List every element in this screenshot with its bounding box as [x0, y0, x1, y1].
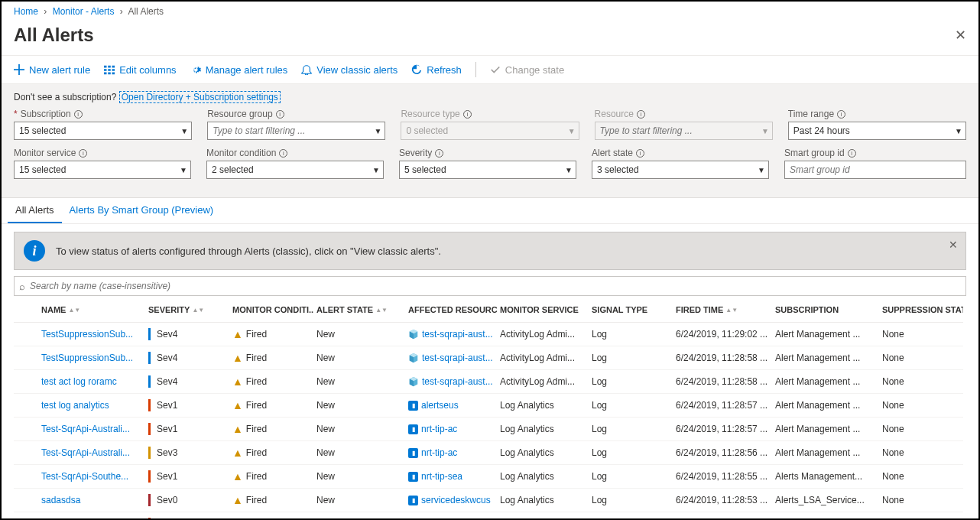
service-cell: Log Analytics — [497, 465, 589, 489]
alert-name-link[interactable]: test log analytics — [38, 394, 145, 418]
directory-settings-link[interactable]: Open Directory + Subscription settings — [119, 91, 281, 103]
page-title: All Alerts — [14, 24, 955, 46]
subscription-select[interactable]: 15 selected▼ — [14, 122, 192, 140]
sort-icon: ▲▼ — [725, 308, 738, 312]
col-service[interactable]: MONITOR SERVICE — [497, 299, 589, 323]
alert-state-select[interactable]: 3 selected▼ — [592, 161, 769, 179]
col-state[interactable]: ALERT STATE▲▼ — [313, 299, 405, 323]
subscription-cell: Alert Management ... — [772, 323, 879, 346]
banner-text: To view status of alerts configured thro… — [56, 245, 441, 257]
col-severity[interactable]: SEVERITY▲▼ — [145, 299, 229, 323]
info-icon: i — [463, 110, 472, 119]
resource-link[interactable]: ▮nrt-tip-ac — [405, 418, 497, 441]
col-fired[interactable]: FIRED TIME▲▼ — [673, 299, 772, 323]
resource-app-icon: ▮ — [408, 496, 418, 505]
search-input[interactable] — [30, 281, 961, 291]
col-subscription[interactable]: SUBSCRIPTION — [772, 299, 879, 323]
banner-close-button[interactable]: ✕ — [949, 239, 958, 251]
tab-smart-group[interactable]: Alerts By Smart Group (Preview) — [62, 198, 222, 223]
resource-link[interactable]: test-sqrapi-aust... — [405, 323, 497, 346]
alert-name-link[interactable]: test act log roramc — [38, 370, 145, 394]
alert-name-link[interactable]: TestSuppressionSub... — [38, 346, 145, 370]
edit-columns-button[interactable]: Edit columns — [104, 64, 176, 76]
col-signal[interactable]: SIGNAL TYPE — [589, 299, 673, 323]
close-blade-button[interactable]: ✕ — [955, 27, 966, 44]
monitor-service-select[interactable]: 15 selected▼ — [14, 161, 191, 179]
view-classic-button[interactable]: View classic alerts — [301, 64, 398, 76]
row-checkbox[interactable] — [14, 465, 38, 489]
service-cell: Log Analytics — [497, 394, 589, 418]
resource-type-select: 0 selected▼ — [401, 122, 579, 140]
resource-app-icon: ▮ — [408, 401, 418, 411]
row-checkbox[interactable] — [14, 394, 38, 418]
tabs: All Alerts Alerts By Smart Group (Previe… — [2, 198, 978, 224]
refresh-button[interactable]: Refresh — [411, 64, 462, 76]
alert-name-link[interactable]: TestSuppressionSub... — [38, 323, 145, 346]
state-cell: New — [313, 465, 405, 489]
state-cell: New — [313, 394, 405, 418]
row-checkbox[interactable] — [14, 512, 38, 520]
info-icon: i — [276, 110, 284, 119]
info-icon: i — [637, 110, 645, 119]
search-icon: ⌕ — [19, 281, 25, 292]
manage-rules-button[interactable]: Manage alert rules — [190, 64, 288, 76]
suppression-cell: None — [879, 465, 963, 489]
row-checkbox[interactable] — [14, 418, 38, 441]
row-checkbox[interactable] — [14, 346, 38, 370]
alert-name-link[interactable]: Test-SqrApi-Canada... — [38, 512, 145, 520]
subscription-cell: Alerts Management... — [772, 465, 879, 489]
alert-name-link[interactable]: Test-SqrApi-Australi... — [38, 418, 145, 441]
condition-cell: ▲Fired — [229, 489, 313, 512]
warning-icon: ▲ — [232, 470, 243, 483]
resource-group-select[interactable]: ▼ — [207, 122, 385, 140]
chevron-down-icon: ▼ — [955, 127, 962, 135]
col-condition[interactable]: MONITOR CONDITI... — [229, 299, 313, 323]
resource-link[interactable]: test-sqrapi-aust... — [405, 370, 497, 394]
service-cell: ActivityLog Admi... — [497, 370, 589, 394]
col-suppression[interactable]: SUPPRESSION STAT... — [879, 299, 963, 323]
gear-icon — [190, 64, 201, 75]
search-field[interactable]: ⌕ — [14, 276, 966, 296]
state-cell: New — [313, 323, 405, 346]
tab-all-alerts[interactable]: All Alerts — [8, 198, 62, 223]
fired-cell: 6/24/2019, 11:29:02 ... — [673, 323, 772, 346]
col-resource[interactable]: AFFECTED RESOURCE▲▼ — [405, 299, 497, 323]
chevron-down-icon: ▼ — [758, 166, 765, 174]
breadcrumb-monitor[interactable]: Monitor - Alerts — [53, 6, 115, 17]
signal-cell: Log — [589, 346, 673, 370]
severity-cell: Sev4 — [145, 323, 229, 346]
resource-link[interactable]: ▮nrt-tip-ccan — [405, 512, 497, 520]
warning-icon: ▲ — [232, 328, 243, 340]
resource-link[interactable]: ▮nrt-tip-sea — [405, 465, 497, 489]
info-icon: i — [636, 149, 644, 158]
signal-cell: Log — [589, 465, 673, 489]
row-checkbox[interactable] — [14, 489, 38, 512]
row-checkbox[interactable] — [14, 370, 38, 394]
new-alert-rule-button[interactable]: New alert rule — [14, 64, 90, 76]
severity-cell: Sev4 — [145, 346, 229, 370]
row-checkbox[interactable] — [14, 323, 38, 346]
breadcrumb-home[interactable]: Home — [14, 6, 38, 17]
resource-link[interactable]: ▮nrt-tip-ac — [405, 441, 497, 465]
time-range-select[interactable]: Past 24 hours▼ — [788, 122, 966, 140]
chevron-down-icon: ▼ — [568, 127, 576, 135]
monitor-condition-select[interactable]: 2 selected▼ — [206, 161, 384, 179]
alert-name-link[interactable]: Test-SqrApi-Southe... — [38, 465, 145, 489]
resource-link[interactable]: test-sqrapi-aust... — [405, 346, 497, 370]
signal-cell: Log — [589, 394, 673, 418]
resource-link[interactable]: ▮alertseus — [405, 394, 497, 418]
row-checkbox[interactable] — [14, 441, 38, 465]
subscription-cell: Alert Management ... — [772, 418, 879, 441]
toolbar-divider — [475, 62, 476, 77]
fired-cell: 6/24/2019, 11:28:57 ... — [673, 418, 772, 441]
severity-select[interactable]: 5 selected▼ — [399, 161, 576, 179]
state-cell: New — [313, 441, 405, 465]
change-state-button: Change state — [490, 64, 564, 76]
service-cell: Log Analytics — [497, 441, 589, 465]
resource-link[interactable]: ▮servicedeskwcus — [405, 489, 497, 512]
smart-group-input[interactable] — [784, 161, 966, 179]
chevron-down-icon: ▼ — [761, 127, 769, 135]
alert-name-link[interactable]: sadasdsa — [38, 489, 145, 512]
col-name[interactable]: NAME▲▼ — [38, 299, 145, 323]
alert-name-link[interactable]: Test-SqrApi-Australi... — [38, 441, 145, 465]
